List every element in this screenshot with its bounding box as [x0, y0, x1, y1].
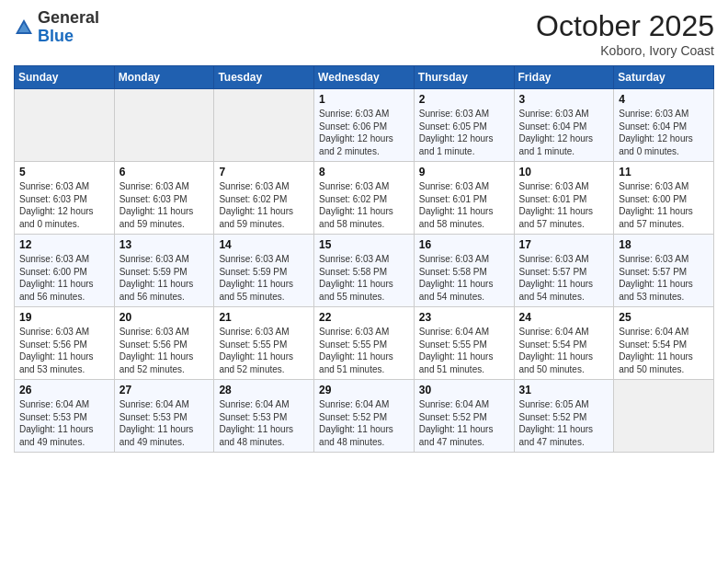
- location: Koboro, Ivory Coast: [536, 43, 714, 58]
- day-number: 2: [419, 93, 509, 106]
- day-number: 27: [119, 384, 210, 396]
- day-info: Sunrise: 6:04 AMSunset: 5:52 PMDaylight:…: [319, 398, 409, 448]
- day-cell: 1Sunrise: 6:03 AMSunset: 6:06 PMDaylight…: [314, 89, 415, 162]
- day-cell: 23Sunrise: 6:04 AMSunset: 5:55 PMDayligh…: [414, 307, 514, 380]
- day-number: 5: [19, 166, 109, 178]
- day-cell: 19Sunrise: 6:03 AMSunset: 5:56 PMDayligh…: [15, 307, 115, 380]
- day-info: Sunrise: 6:03 AMSunset: 5:56 PMDaylight:…: [119, 326, 210, 375]
- day-cell: 18Sunrise: 6:03 AMSunset: 5:57 PMDayligh…: [614, 235, 714, 307]
- weekday-header-wednesday: Wednesday: [314, 66, 415, 89]
- month-title: October 2025: [536, 9, 714, 43]
- day-cell: 2Sunrise: 6:03 AMSunset: 6:05 PMDaylight…: [414, 89, 514, 162]
- day-cell: 14Sunrise: 6:03 AMSunset: 5:59 PMDayligh…: [214, 235, 314, 307]
- day-info: Sunrise: 6:03 AMSunset: 5:59 PMDaylight:…: [219, 253, 309, 303]
- day-info: Sunrise: 6:04 AMSunset: 5:53 PMDaylight:…: [119, 398, 210, 448]
- weekday-header-thursday: Thursday: [414, 66, 514, 89]
- day-cell: 27Sunrise: 6:04 AMSunset: 5:53 PMDayligh…: [114, 380, 214, 453]
- day-number: 23: [419, 311, 509, 324]
- day-cell: 11Sunrise: 6:03 AMSunset: 6:00 PMDayligh…: [614, 162, 714, 235]
- day-info: Sunrise: 6:03 AMSunset: 6:04 PMDaylight:…: [519, 108, 609, 157]
- day-number: 15: [319, 238, 409, 251]
- day-number: 12: [19, 238, 109, 251]
- day-info: Sunrise: 6:03 AMSunset: 5:57 PMDaylight:…: [619, 253, 709, 303]
- day-cell: 8Sunrise: 6:03 AMSunset: 6:02 PMDaylight…: [314, 162, 415, 235]
- logo-general: General: [38, 8, 99, 27]
- day-number: 16: [419, 238, 509, 251]
- day-number: 25: [619, 311, 709, 324]
- logo-icon: [14, 17, 34, 38]
- day-info: Sunrise: 6:03 AMSunset: 6:02 PMDaylight:…: [319, 180, 409, 230]
- day-info: Sunrise: 6:03 AMSunset: 5:55 PMDaylight:…: [319, 326, 409, 375]
- logo: General Blue: [14, 9, 99, 46]
- day-cell: [214, 89, 314, 162]
- day-number: 28: [219, 384, 309, 396]
- weekday-header-saturday: Saturday: [614, 66, 714, 89]
- day-cell: [614, 380, 714, 453]
- day-info: Sunrise: 6:03 AMSunset: 6:01 PMDaylight:…: [419, 180, 509, 230]
- day-info: Sunrise: 6:04 AMSunset: 5:54 PMDaylight:…: [619, 326, 709, 375]
- day-cell: 24Sunrise: 6:04 AMSunset: 5:54 PMDayligh…: [514, 307, 614, 380]
- day-number: 4: [619, 93, 709, 106]
- day-cell: 20Sunrise: 6:03 AMSunset: 5:56 PMDayligh…: [114, 307, 214, 380]
- day-number: 29: [319, 384, 409, 396]
- day-info: Sunrise: 6:03 AMSunset: 6:05 PMDaylight:…: [419, 108, 509, 157]
- day-info: Sunrise: 6:03 AMSunset: 6:00 PMDaylight:…: [19, 253, 109, 303]
- day-cell: 17Sunrise: 6:03 AMSunset: 5:57 PMDayligh…: [514, 235, 614, 307]
- week-row-5: 26Sunrise: 6:04 AMSunset: 5:53 PMDayligh…: [15, 380, 714, 453]
- day-info: Sunrise: 6:04 AMSunset: 5:54 PMDaylight:…: [519, 326, 609, 375]
- day-cell: 12Sunrise: 6:03 AMSunset: 6:00 PMDayligh…: [15, 235, 115, 307]
- day-number: 20: [119, 311, 210, 324]
- day-info: Sunrise: 6:03 AMSunset: 5:57 PMDaylight:…: [519, 253, 609, 303]
- day-info: Sunrise: 6:04 AMSunset: 5:52 PMDaylight:…: [419, 398, 509, 448]
- title-block: October 2025 Koboro, Ivory Coast: [536, 9, 714, 58]
- day-info: Sunrise: 6:03 AMSunset: 6:00 PMDaylight:…: [619, 180, 709, 230]
- day-info: Sunrise: 6:04 AMSunset: 5:53 PMDaylight:…: [219, 398, 309, 448]
- week-row-4: 19Sunrise: 6:03 AMSunset: 5:56 PMDayligh…: [15, 307, 714, 380]
- day-info: Sunrise: 6:03 AMSunset: 6:02 PMDaylight:…: [219, 180, 309, 230]
- day-number: 26: [19, 384, 109, 396]
- day-info: Sunrise: 6:03 AMSunset: 6:03 PMDaylight:…: [19, 180, 109, 230]
- day-number: 9: [419, 166, 509, 178]
- day-number: 17: [519, 238, 609, 251]
- day-cell: 13Sunrise: 6:03 AMSunset: 5:59 PMDayligh…: [114, 235, 214, 307]
- day-number: 30: [419, 384, 509, 396]
- day-number: 13: [119, 238, 210, 251]
- day-number: 18: [619, 238, 709, 251]
- day-info: Sunrise: 6:03 AMSunset: 6:01 PMDaylight:…: [519, 180, 609, 230]
- day-cell: 22Sunrise: 6:03 AMSunset: 5:55 PMDayligh…: [314, 307, 415, 380]
- day-cell: 9Sunrise: 6:03 AMSunset: 6:01 PMDaylight…: [414, 162, 514, 235]
- day-number: 21: [219, 311, 309, 324]
- day-cell: 30Sunrise: 6:04 AMSunset: 5:52 PMDayligh…: [414, 380, 514, 453]
- weekday-header-row: SundayMondayTuesdayWednesdayThursdayFrid…: [15, 66, 714, 89]
- weekday-header-sunday: Sunday: [15, 66, 115, 89]
- day-info: Sunrise: 6:04 AMSunset: 5:53 PMDaylight:…: [19, 398, 109, 448]
- day-info: Sunrise: 6:03 AMSunset: 5:59 PMDaylight:…: [119, 253, 210, 303]
- weekday-header-tuesday: Tuesday: [214, 66, 314, 89]
- day-info: Sunrise: 6:03 AMSunset: 5:55 PMDaylight:…: [219, 326, 309, 375]
- day-number: 31: [519, 384, 609, 396]
- day-cell: 31Sunrise: 6:05 AMSunset: 5:52 PMDayligh…: [514, 380, 614, 453]
- logo-text: General Blue: [38, 9, 99, 46]
- day-info: Sunrise: 6:03 AMSunset: 6:06 PMDaylight:…: [319, 108, 409, 157]
- day-cell: [114, 89, 214, 162]
- day-info: Sunrise: 6:05 AMSunset: 5:52 PMDaylight:…: [519, 398, 609, 448]
- day-cell: 28Sunrise: 6:04 AMSunset: 5:53 PMDayligh…: [214, 380, 314, 453]
- day-number: 19: [19, 311, 109, 324]
- weekday-header-friday: Friday: [514, 66, 614, 89]
- day-cell: 21Sunrise: 6:03 AMSunset: 5:55 PMDayligh…: [214, 307, 314, 380]
- day-cell: 16Sunrise: 6:03 AMSunset: 5:58 PMDayligh…: [414, 235, 514, 307]
- day-cell: 5Sunrise: 6:03 AMSunset: 6:03 PMDaylight…: [15, 162, 115, 235]
- day-info: Sunrise: 6:03 AMSunset: 6:03 PMDaylight:…: [119, 180, 210, 230]
- day-number: 10: [519, 166, 609, 178]
- week-row-1: 1Sunrise: 6:03 AMSunset: 6:06 PMDaylight…: [15, 89, 714, 162]
- day-cell: 4Sunrise: 6:03 AMSunset: 6:04 PMDaylight…: [614, 89, 714, 162]
- day-number: 7: [219, 166, 309, 178]
- day-number: 24: [519, 311, 609, 324]
- day-cell: 3Sunrise: 6:03 AMSunset: 6:04 PMDaylight…: [514, 89, 614, 162]
- weekday-header-monday: Monday: [114, 66, 214, 89]
- day-number: 22: [319, 311, 409, 324]
- day-cell: 29Sunrise: 6:04 AMSunset: 5:52 PMDayligh…: [314, 380, 415, 453]
- calendar: SundayMondayTuesdayWednesdayThursdayFrid…: [14, 65, 714, 453]
- header: General Blue October 2025 Koboro, Ivory …: [14, 9, 714, 58]
- day-number: 1: [319, 93, 409, 106]
